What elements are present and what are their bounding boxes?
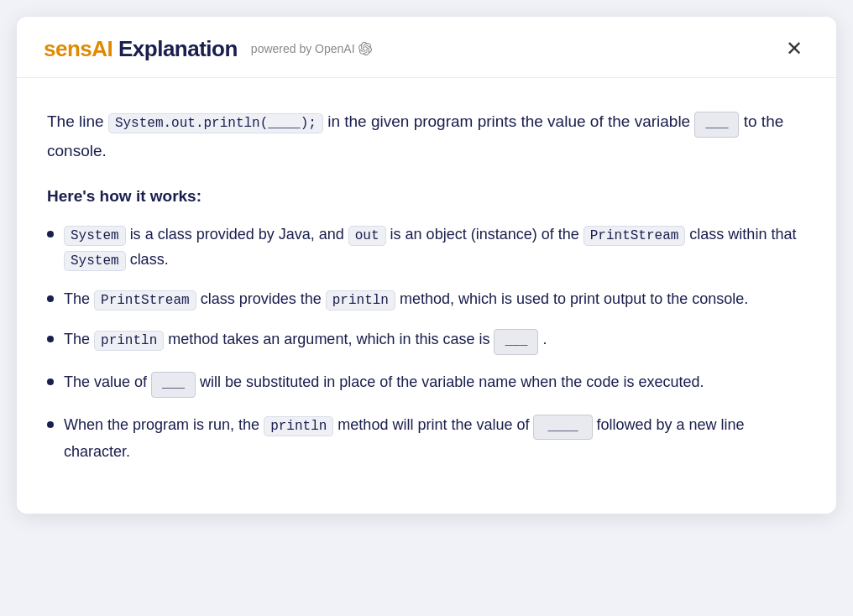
bullet-dot xyxy=(47,378,54,385)
intro-blank: ___ xyxy=(694,112,739,138)
brand-explanation: Explanation xyxy=(113,36,238,61)
bullet-dot xyxy=(47,336,54,342)
list-item: System is a class provided by Java, and … xyxy=(47,222,806,272)
blank-3: ___ xyxy=(494,329,538,355)
bullet-content: When the program is run, the println met… xyxy=(64,413,806,465)
system-code-2: System xyxy=(64,251,126,271)
blank-4: ___ xyxy=(151,372,196,398)
intro-paragraph: The line System.out.println(____); in th… xyxy=(47,108,806,164)
println-code-1: println xyxy=(326,290,395,311)
printstream-code-2: PrintStream xyxy=(94,290,196,311)
intro-part2: in the given program prints the value of… xyxy=(323,112,695,130)
bullet-content: The println method takes an argument, wh… xyxy=(64,327,806,355)
list-item: The println method takes an argument, wh… xyxy=(47,327,806,355)
bullet-content: The value of ___ will be substituted in … xyxy=(64,370,806,398)
intro-part1: The line xyxy=(47,112,108,130)
printstream-code-1: PrintStream xyxy=(583,226,686,246)
blank-5: ____ xyxy=(533,415,592,441)
header-title: sensAI Explanation powered by OpenAI xyxy=(44,36,372,62)
system-code: System xyxy=(64,226,126,246)
bullet-list: System is a class provided by Java, and … xyxy=(47,222,806,465)
println-code-3: println xyxy=(264,416,333,436)
brand-ai: AI xyxy=(92,36,113,61)
list-item: When the program is run, the println met… xyxy=(47,413,806,465)
openai-icon xyxy=(358,42,372,55)
println-code-2: println xyxy=(94,331,164,351)
powered-by-text: powered by OpenAI xyxy=(251,42,355,55)
list-item: The value of ___ will be substituted in … xyxy=(47,370,806,398)
section-title: Here's how it works: xyxy=(47,187,806,206)
intro-code: System.out.println(____); xyxy=(108,113,323,133)
out-code: out xyxy=(348,226,386,246)
modal-header: sensAI Explanation powered by OpenAI ✕ xyxy=(17,17,836,78)
bullet-dot xyxy=(47,295,54,302)
brand-sens: sens xyxy=(44,36,92,61)
bullet-dot xyxy=(47,231,54,238)
powered-by-label: powered by OpenAI xyxy=(251,42,372,55)
close-button[interactable]: ✕ xyxy=(779,35,809,62)
bullet-dot xyxy=(47,421,54,428)
explanation-modal: sensAI Explanation powered by OpenAI ✕ T… xyxy=(17,17,836,514)
bullet-content: System is a class provided by Java, and … xyxy=(64,222,806,272)
bullet-content: The PrintStream class provides the print… xyxy=(64,287,806,312)
modal-body: The line System.out.println(____); in th… xyxy=(17,78,836,514)
list-item: The PrintStream class provides the print… xyxy=(47,287,806,312)
brand-sensai: sensAI Explanation xyxy=(44,36,238,62)
